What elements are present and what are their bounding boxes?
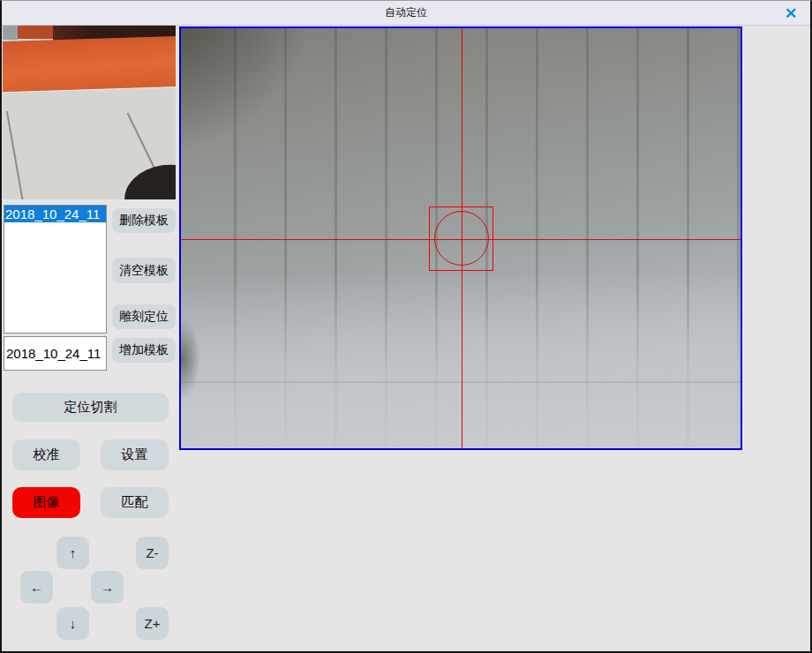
template-name-field[interactable] [4, 336, 107, 371]
engrave-position-button[interactable]: 雕刻定位 [112, 304, 176, 329]
clear-templates-button[interactable]: 清空模板 [112, 258, 176, 283]
thumb-orange-patch [18, 26, 53, 39]
template-list[interactable]: 2018_10_24_11 [4, 205, 107, 334]
jog-down-button[interactable]: ↓ [56, 607, 89, 640]
thumb-dark-object [121, 160, 176, 199]
auto-positioning-dialog: 自动定位 ✕ 2018_10_24_11 删除模板 清空模板 雕刻定位 增加模板… [0, 0, 812, 653]
delete-template-button[interactable]: 删除模板 [112, 208, 176, 233]
match-button[interactable]: 匹配 [101, 487, 169, 518]
add-template-button[interactable]: 增加模板 [112, 338, 176, 363]
camera-left-smudge [181, 319, 200, 399]
position-cut-button[interactable]: 定位切割 [12, 393, 169, 422]
thumb-tile-grout-line [6, 111, 29, 199]
title-bar: 自动定位 ✕ [2, 1, 810, 26]
jog-right-button[interactable]: → [91, 571, 124, 604]
window-title: 自动定位 [385, 5, 427, 20]
camera-viewport [179, 26, 742, 450]
close-icon[interactable]: ✕ [778, 3, 803, 24]
jog-up-button[interactable]: ↑ [56, 537, 89, 569]
template-thumbnail-image [3, 26, 176, 199]
template-list-item-selected[interactable]: 2018_10_24_11 [4, 206, 106, 222]
thumb-wall-strip [3, 26, 18, 40]
jog-left-button[interactable]: ← [20, 571, 53, 604]
image-button-active[interactable]: 图像 [12, 487, 80, 518]
thumb-orange-board [3, 36, 176, 93]
calibrate-button[interactable]: 校准 [12, 439, 80, 470]
jog-z-plus-button[interactable]: Z+ [136, 607, 169, 640]
jog-z-minus-button[interactable]: Z- [136, 537, 169, 569]
camera-feed [181, 28, 741, 448]
target-circle-marker [434, 211, 489, 266]
settings-button[interactable]: 设置 [101, 439, 169, 470]
